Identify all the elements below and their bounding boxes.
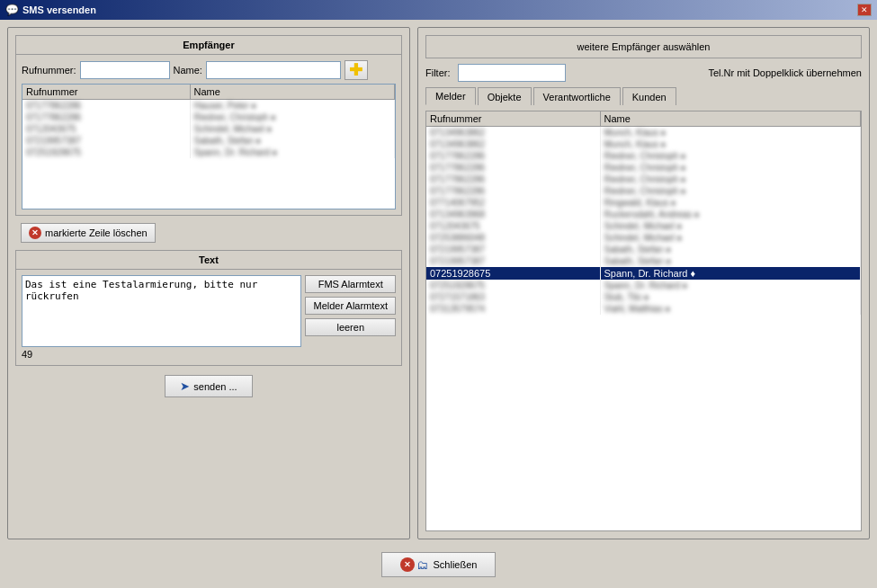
filter-hint: Tel.Nr mit Doppelklick übernehmen xyxy=(708,67,862,78)
filter-label: Filter: xyxy=(425,67,451,78)
recipient-rufnummer: 07177862286 xyxy=(22,100,190,112)
right-col-rufnummer: Rufnummer xyxy=(426,111,600,127)
recipient-name: Schindel, Michael ♦ xyxy=(190,123,394,135)
entry-name: Viahl, Matthias ♦ xyxy=(600,303,861,315)
entry-rufnummer: 07714067952 xyxy=(426,197,600,209)
entry-rufnummer: 07219957387 xyxy=(426,255,600,267)
add-recipient-button[interactable]: ✚ xyxy=(345,60,368,80)
window-title: SMS versenden xyxy=(22,4,96,15)
app-icon: 💬 xyxy=(5,4,19,16)
recipient-rufnummer: 0712043675 xyxy=(22,123,190,135)
send-icon: ➤ xyxy=(180,379,190,393)
list-item[interactable]: 07177862286 Riedner, Christoph ♦ xyxy=(426,185,861,197)
list-item[interactable]: 07219957387 Sabath, Stefan ♦ xyxy=(426,244,861,255)
recipients-table: Rufnummer Name 07177862286 Hauser, Peter… xyxy=(22,85,395,158)
entry-name: Ringwald, Klaus ♦ xyxy=(600,197,861,209)
list-item[interactable]: 07251928675 Spann, Dr. Richard ♦ xyxy=(426,280,861,291)
right-panel: weitere Empfänger auswählen Filter: Tel.… xyxy=(417,27,870,539)
table-row[interactable]: 07251928675 Spann, Dr. Richard ♦ xyxy=(22,147,395,158)
entry-name: Ruckersdahl, Andreas ♦ xyxy=(600,209,861,220)
entry-name: Riedner, Christoph ♦ xyxy=(600,174,861,185)
entry-name: Schindel, Michael ♦ xyxy=(600,220,861,232)
list-item[interactable]: 07134963862 Munch, Klaus ♦ xyxy=(426,138,861,150)
list-item[interactable]: 07313579574 Viahl, Matthias ♦ xyxy=(426,303,861,315)
recipient-name: Sabath, Stefan ♦ xyxy=(190,135,394,147)
entry-name: Schindel, Michael ♦ xyxy=(600,232,861,244)
table-row[interactable]: 07177862286 Hauser, Peter ♦ xyxy=(22,100,395,112)
list-item[interactable]: 07219957387 Sabath, Stefan ♦ xyxy=(426,255,861,267)
delete-icon: ✕ xyxy=(29,227,41,239)
add-recipient-row: Rufnummer: Name: ✚ xyxy=(22,60,396,80)
entry-rufnummer: 07177862286 xyxy=(426,174,600,185)
list-item[interactable]: 0712043675 Schindel, Michael ♦ xyxy=(426,220,861,232)
table-row[interactable]: 07177862286 Riedner, Christoph ♦ xyxy=(22,111,395,123)
text-area-container: FMS Alarmtext Melder Alarmtext leeren xyxy=(22,275,396,347)
entry-rufnummer: 07271571863 xyxy=(426,291,600,303)
message-textarea[interactable] xyxy=(22,275,301,347)
tabs-bar: MelderObjekteVerantwortlicheKunden xyxy=(425,87,862,105)
entry-rufnummer: 07251928675 xyxy=(426,280,600,291)
col-rufnummer-header: Rufnummer xyxy=(22,85,190,100)
delete-row-button[interactable]: ✕ markierte Zeile löschen xyxy=(21,223,156,243)
list-item[interactable]: 07177862286 Riedner, Christoph ♦ xyxy=(426,150,861,162)
list-item[interactable]: 07177862286 Riedner, Christoph ♦ xyxy=(426,162,861,174)
entry-name: Spann, Dr. Richard ♦ xyxy=(600,267,861,280)
delete-row: ✕ markierte Zeile löschen xyxy=(15,221,402,245)
send-button-label: senden ... xyxy=(193,381,237,392)
recipient-name: Spann, Dr. Richard ♦ xyxy=(190,147,394,158)
list-item[interactable]: 07714067952 Ringwald, Klaus ♦ xyxy=(426,197,861,209)
bottom-bar: ✕ 🗂 Schließen xyxy=(7,547,870,581)
right-col-name: Name xyxy=(600,111,861,127)
list-item[interactable]: 07134963862 Munch, Klaus ♦ xyxy=(426,127,861,139)
text-content: FMS Alarmtext Melder Alarmtext leeren 49 xyxy=(16,270,401,365)
delete-button-label: markierte Zeile löschen xyxy=(45,227,148,238)
rufnummer-input[interactable] xyxy=(80,61,170,79)
list-item[interactable]: 07134963968 Ruckersdahl, Andreas ♦ xyxy=(426,209,861,220)
right-table: Rufnummer Name 07134963862 Munch, Klaus … xyxy=(426,111,861,315)
close-button[interactable]: ✕ 🗂 Schließen xyxy=(381,552,497,577)
window-close-button[interactable]: ✕ xyxy=(857,4,872,16)
tab-melder[interactable]: Melder xyxy=(425,87,476,105)
title-bar: 💬 SMS versenden ✕ xyxy=(0,0,877,20)
filter-row: Filter: Tel.Nr mit Doppelklick übernehme… xyxy=(425,64,862,82)
close-button-label: Schließen xyxy=(434,559,478,570)
leeren-button[interactable]: leeren xyxy=(305,318,396,336)
entry-rufnummer: 0712043675 xyxy=(426,220,600,232)
recipients-table-container[interactable]: Rufnummer Name 07177862286 Hauser, Peter… xyxy=(22,84,396,209)
left-panel: Empfänger Rufnummer: Name: ✚ xyxy=(7,27,410,539)
recipient-rufnummer: 07251928675 xyxy=(22,147,190,158)
tab-verantwortliche[interactable]: Verantwortliche xyxy=(533,87,621,105)
list-item[interactable]: 07271571863 Stub, Tilo ♦ xyxy=(426,291,861,303)
table-row[interactable]: 0712043675 Schindel, Michael ♦ xyxy=(22,123,395,135)
right-table-container[interactable]: Rufnummer Name 07134963862 Munch, Klaus … xyxy=(425,111,862,531)
main-panels: Empfänger Rufnummer: Name: ✚ xyxy=(7,27,870,539)
list-item[interactable]: 07177862286 Riedner, Christoph ♦ xyxy=(426,174,861,185)
entry-rufnummer: 07313579574 xyxy=(426,303,600,315)
char-count: 49 xyxy=(22,349,396,360)
tab-kunden[interactable]: Kunden xyxy=(622,87,676,105)
entry-name: Riedner, Christoph ♦ xyxy=(600,162,861,174)
text-section: Text FMS Alarmtext Melder Alarmtext leer… xyxy=(15,250,402,366)
entry-rufnummer: 07134963862 xyxy=(426,138,600,150)
fms-alarmtext-button[interactable]: FMS Alarmtext xyxy=(305,275,396,293)
rufnummer-label: Rufnummer: xyxy=(22,65,76,76)
recipient-rufnummer: 07177862286 xyxy=(22,111,190,123)
list-item[interactable]: 07253886048 Schindel, Michael ♦ xyxy=(426,232,861,244)
main-window: 💬 SMS versenden ✕ Empfänger Rufnummer: N… xyxy=(0,0,877,588)
entry-rufnummer: 07177862286 xyxy=(426,162,600,174)
filter-input[interactable] xyxy=(458,64,566,82)
name-input[interactable] xyxy=(206,61,341,79)
send-button[interactable]: ➤ senden ... xyxy=(165,375,252,397)
entry-name: Munch, Klaus ♦ xyxy=(600,138,861,150)
title-bar-left: 💬 SMS versenden xyxy=(5,4,96,16)
melder-alarmtext-button[interactable]: Melder Alarmtext xyxy=(305,297,396,315)
text-header: Text xyxy=(16,251,401,270)
close-circle-icon: ✕ xyxy=(400,557,415,572)
list-item[interactable]: 07251928675 Spann, Dr. Richard ♦ xyxy=(426,267,861,280)
entry-rufnummer: 07253886048 xyxy=(426,232,600,244)
empfaenger-header: Empfänger xyxy=(16,36,401,55)
entry-rufnummer: 07251928675 xyxy=(426,267,600,280)
tab-objekte[interactable]: Objekte xyxy=(478,87,532,105)
table-row[interactable]: 07219957387 Sabath, Stefan ♦ xyxy=(22,135,395,147)
recipient-name: Hauser, Peter ♦ xyxy=(190,100,394,112)
